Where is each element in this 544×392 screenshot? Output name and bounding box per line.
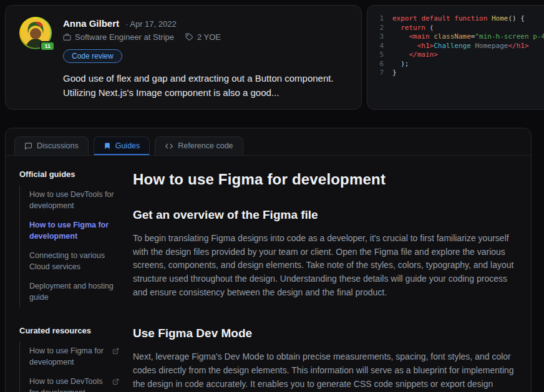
article: How to use Figma for development Get an … (128, 156, 531, 392)
tab-guides[interactable]: Guides (94, 136, 150, 155)
briefcase-icon (63, 33, 71, 41)
guide-link[interactable]: How to use DevTools for development (20, 185, 122, 216)
review-header: 11 Anna Gilbert · Apr 17, 2022 Software … (19, 17, 347, 100)
badge-row: Code review (63, 49, 347, 63)
author-experience: 2 YOE (197, 32, 221, 42)
level-badge: 11 (40, 41, 55, 51)
bookmark-icon (104, 142, 111, 150)
resource-link[interactable]: How to use DevTools for development (20, 372, 122, 392)
tab-label: Guides (115, 141, 140, 150)
tab-reference-code[interactable]: Reference code (155, 136, 243, 155)
section-body: To begin translating Figma designs into … (133, 232, 515, 299)
curated-resources-heading: Curated resources (19, 326, 122, 335)
code-line: 6 ); (372, 60, 538, 69)
article-title: How to use Figma for development (133, 171, 515, 188)
review-card: 11 Anna Gilbert · Apr 17, 2022 Software … (5, 5, 362, 110)
panel-body: Official guides How to use DevTools for … (6, 156, 531, 392)
code-panel: 1export default function Home() {2 retur… (367, 5, 544, 110)
review-meta: Anna Gilbert · Apr 17, 2022 Software Eng… (63, 17, 347, 100)
code-line: 5 </main> (372, 50, 538, 60)
code-line: 4 <h1>Challenge Homepage</h1> (372, 42, 538, 51)
tab-label: Reference code (178, 141, 233, 150)
author-name[interactable]: Anna Gilbert (63, 18, 119, 29)
guides-panel: Discussions Guides Reference code Offici… (5, 128, 532, 392)
line-number: 4 (372, 42, 384, 51)
review-comment: Good use of flex and gap and extracting … (63, 72, 347, 100)
role-row: Software Engineer at Stripe 2 YOE (63, 32, 347, 42)
guide-link[interactable]: Connecting to various Cloud services (20, 246, 122, 277)
review-date: · Apr 17, 2022 (125, 19, 177, 29)
code-line: 7} (372, 69, 538, 78)
author-role: Software Engineer at Stripe (75, 32, 174, 42)
section-heading: Get an overview of the Figma file (133, 208, 515, 222)
code-review-badge: Code review (63, 49, 122, 63)
tab-bar: Discussions Guides Reference code (6, 128, 531, 156)
official-guides-list: How to use DevTools for developmentHow t… (19, 185, 122, 307)
external-link-icon (112, 347, 119, 358)
top-row: 11 Anna Gilbert · Apr 17, 2022 Software … (5, 5, 544, 110)
resource-link[interactable]: How to use Figma for development (20, 342, 122, 372)
external-link-icon (112, 378, 119, 389)
section-body: Next, leverage Figma's Dev Mode to obtai… (133, 350, 515, 392)
avatar[interactable]: 11 (19, 17, 52, 49)
curated-resources-list: How to use Figma for developmentHow to u… (19, 342, 122, 392)
guide-link[interactable]: How to use Figma for development (20, 216, 122, 246)
official-guides-heading: Official guides (19, 170, 122, 179)
code-icon (165, 142, 173, 150)
name-row: Anna Gilbert · Apr 17, 2022 (63, 18, 347, 29)
section-heading: Use Figma Dev Mode (133, 327, 515, 340)
code-line: 3 <main className="min-h-screen p-4 flex… (372, 32, 538, 42)
tab-label: Discussions (37, 141, 79, 150)
tab-discussions[interactable]: Discussions (14, 136, 89, 155)
code-line: 2 return ( (372, 24, 538, 33)
discussion-icon (24, 142, 32, 150)
line-number: 5 (372, 50, 384, 60)
guide-link[interactable]: Deployment and hosting guide (20, 277, 122, 307)
line-number: 2 (372, 24, 384, 33)
line-number: 3 (372, 32, 384, 42)
code-lines: 1export default function Home() {2 retur… (372, 14, 538, 78)
resource-label: How to use Figma for development (29, 346, 107, 368)
line-number: 6 (372, 60, 384, 69)
resource-label: How to use DevTools for development (29, 376, 107, 392)
code-line: 1export default function Home() { (372, 14, 538, 24)
line-number: 1 (372, 14, 384, 24)
line-number: 7 (372, 69, 384, 78)
guides-sidebar: Official guides How to use DevTools for … (6, 156, 128, 392)
tag-icon (185, 33, 193, 41)
article-sections: Get an overview of the Figma fileTo begi… (133, 208, 515, 392)
